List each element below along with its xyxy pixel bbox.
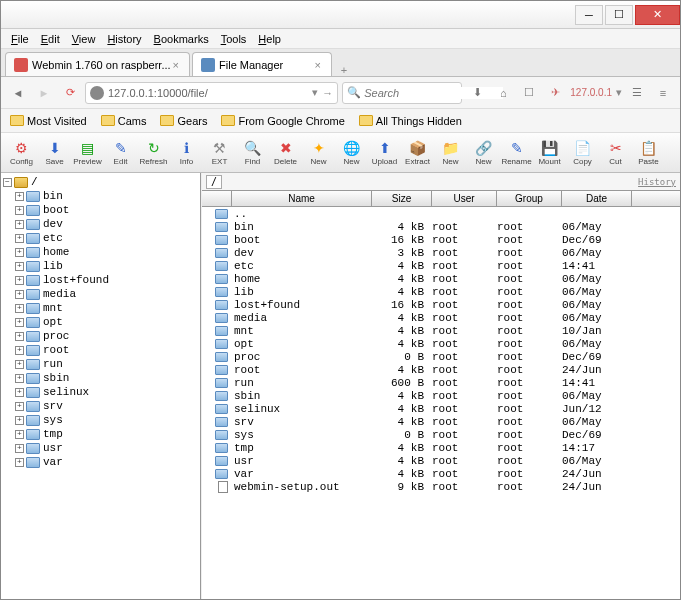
toolbar-edit-button[interactable]: ✎Edit: [104, 135, 137, 171]
history-button[interactable]: History: [638, 177, 676, 187]
tab-close-button[interactable]: ×: [313, 59, 323, 71]
tree-node-lost+found[interactable]: +lost+found: [3, 273, 198, 287]
toolbar-refresh-button[interactable]: ↻Refresh: [137, 135, 170, 171]
file-row[interactable]: ..: [202, 207, 680, 220]
tree-toggle-icon[interactable]: +: [15, 346, 24, 355]
tree-node-media[interactable]: +media: [3, 287, 198, 301]
browser-tab-1[interactable]: File Manager×: [192, 52, 332, 76]
toolbar-find-button[interactable]: 🔍Find: [236, 135, 269, 171]
tree-toggle-icon[interactable]: +: [15, 220, 24, 229]
addon-button[interactable]: ☰: [626, 82, 648, 104]
folder-tree[interactable]: −/+bin+boot+dev+etc+home+lib+lost+found+…: [1, 173, 201, 600]
tree-node-sys[interactable]: +sys: [3, 413, 198, 427]
file-row[interactable]: usr4 kBrootroot06/May: [202, 454, 680, 467]
maximize-button[interactable]: ☐: [605, 5, 633, 25]
column-header-name[interactable]: Name: [232, 191, 372, 206]
file-row[interactable]: etc4 kBrootroot14:41: [202, 259, 680, 272]
column-header-icon[interactable]: [202, 191, 232, 206]
bookmark-button[interactable]: ☐: [518, 82, 540, 104]
tree-toggle-icon[interactable]: −: [3, 178, 12, 187]
toolbar-info-button[interactable]: ℹInfo: [170, 135, 203, 171]
tree-toggle-icon[interactable]: +: [15, 416, 24, 425]
tree-toggle-icon[interactable]: +: [15, 332, 24, 341]
browser-tab-0[interactable]: Webmin 1.760 on raspberr...×: [5, 52, 190, 76]
close-button[interactable]: ✕: [635, 5, 680, 25]
forward-button[interactable]: ►: [33, 82, 55, 104]
file-row[interactable]: lost+found16 kBrootroot06/May: [202, 298, 680, 311]
menu-help[interactable]: Help: [252, 31, 287, 47]
file-row[interactable]: srv4 kBrootroot06/May: [202, 415, 680, 428]
tree-node-home[interactable]: +home: [3, 245, 198, 259]
tree-node-boot[interactable]: +boot: [3, 203, 198, 217]
file-row[interactable]: lib4 kBrootroot06/May: [202, 285, 680, 298]
tree-toggle-icon[interactable]: +: [15, 360, 24, 369]
menu-history[interactable]: History: [101, 31, 147, 47]
tree-toggle-icon[interactable]: +: [15, 374, 24, 383]
toolbar-new-button[interactable]: 🌐New: [335, 135, 368, 171]
tree-toggle-icon[interactable]: +: [15, 248, 24, 257]
file-row[interactable]: selinux4 kBrootrootJun/12: [202, 402, 680, 415]
file-row[interactable]: media4 kBrootroot06/May: [202, 311, 680, 324]
column-header-user[interactable]: User: [432, 191, 497, 206]
tree-node-etc[interactable]: +etc: [3, 231, 198, 245]
file-row[interactable]: dev3 kBrootroot06/May: [202, 246, 680, 259]
toolbar-new-button[interactable]: 🔗New: [467, 135, 500, 171]
toolbar-paste-button[interactable]: 📋Paste: [632, 135, 665, 171]
tree-toggle-icon[interactable]: +: [15, 234, 24, 243]
file-row[interactable]: webmin-setup.out9 kBrootroot24/Jun: [202, 480, 680, 493]
menu-file[interactable]: File: [5, 31, 35, 47]
tree-toggle-icon[interactable]: +: [15, 262, 24, 271]
menu-tools[interactable]: Tools: [215, 31, 253, 47]
go-button[interactable]: →: [322, 87, 333, 99]
toolbar-save-button[interactable]: ⬇Save: [38, 135, 71, 171]
dropdown-icon[interactable]: ▾: [312, 86, 318, 99]
column-header-size[interactable]: Size: [372, 191, 432, 206]
location-button[interactable]: ✈: [544, 82, 566, 104]
tree-node-var[interactable]: +var: [3, 455, 198, 469]
back-button[interactable]: ◄: [7, 82, 29, 104]
tree-node-selinux[interactable]: +selinux: [3, 385, 198, 399]
tree-toggle-icon[interactable]: +: [15, 206, 24, 215]
home-button[interactable]: ⌂: [492, 82, 514, 104]
tree-node-usr[interactable]: +usr: [3, 441, 198, 455]
file-row[interactable]: root4 kBrootroot24/Jun: [202, 363, 680, 376]
toolbar-new-button[interactable]: 📁New: [434, 135, 467, 171]
toolbar-mount-button[interactable]: 💾Mount: [533, 135, 566, 171]
minimize-button[interactable]: ─: [575, 5, 603, 25]
toolbar-config-button[interactable]: ⚙Config: [5, 135, 38, 171]
file-row[interactable]: tmp4 kBrootroot14:17: [202, 441, 680, 454]
file-row[interactable]: var4 kBrootroot24/Jun: [202, 467, 680, 480]
ip-dropdown-icon[interactable]: ▾: [616, 86, 622, 99]
tree-toggle-icon[interactable]: +: [15, 458, 24, 467]
tree-node-proc[interactable]: +proc: [3, 329, 198, 343]
file-table[interactable]: NameSizeUserGroupDate ..bin4 kBrootroot0…: [202, 191, 680, 600]
tree-toggle-icon[interactable]: +: [15, 402, 24, 411]
file-row[interactable]: sys0 BrootrootDec/69: [202, 428, 680, 441]
url-bar[interactable]: 127.0.0.1:10000/file/ ▾ →: [85, 82, 338, 104]
tree-node-dev[interactable]: +dev: [3, 217, 198, 231]
tree-node-root[interactable]: +root: [3, 343, 198, 357]
tree-node-tmp[interactable]: +tmp: [3, 427, 198, 441]
file-row[interactable]: opt4 kBrootroot06/May: [202, 337, 680, 350]
toolbar-rename-button[interactable]: ✎Rename: [500, 135, 533, 171]
tree-toggle-icon[interactable]: +: [15, 290, 24, 299]
bookmark-cams[interactable]: Cams: [98, 113, 150, 129]
tree-node-root[interactable]: −/: [3, 175, 198, 189]
toolbar-extract-button[interactable]: 📦Extract: [401, 135, 434, 171]
toolbar-delete-button[interactable]: ✖Delete: [269, 135, 302, 171]
file-row[interactable]: sbin4 kBrootroot06/May: [202, 389, 680, 402]
tree-node-sbin[interactable]: +sbin: [3, 371, 198, 385]
search-bar[interactable]: 🔍: [342, 82, 462, 104]
menu-button[interactable]: ≡: [652, 82, 674, 104]
tree-toggle-icon[interactable]: +: [15, 304, 24, 313]
column-header-group[interactable]: Group: [497, 191, 562, 206]
toolbar-preview-button[interactable]: ▤Preview: [71, 135, 104, 171]
tree-toggle-icon[interactable]: +: [15, 318, 24, 327]
downloads-button[interactable]: ⬇: [466, 82, 488, 104]
tab-close-button[interactable]: ×: [171, 59, 181, 71]
tree-node-mnt[interactable]: +mnt: [3, 301, 198, 315]
toolbar-copy-button[interactable]: 📄Copy: [566, 135, 599, 171]
tree-toggle-icon[interactable]: +: [15, 430, 24, 439]
file-row[interactable]: proc0 BrootrootDec/69: [202, 350, 680, 363]
menu-bookmarks[interactable]: Bookmarks: [148, 31, 215, 47]
